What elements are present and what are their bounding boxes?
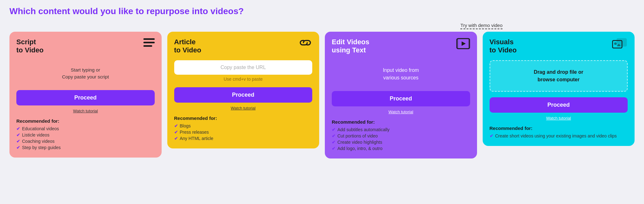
list-item: ✔Add subtitles automatically <box>332 127 470 132</box>
drag-drop-text: Drag and drop file orbrowse computer <box>495 68 622 83</box>
hamburger-menu-icon <box>143 38 155 50</box>
drag-drop-zone[interactable]: Drag and drop file orbrowse computer <box>490 60 628 92</box>
rec-list-edit: ✔Add subtitles automatically ✔Cut portio… <box>332 127 470 151</box>
check-icon: ✔ <box>174 136 178 141</box>
list-item: ✔Blogs <box>174 123 313 128</box>
card-header: Visuals to Video <box>490 38 628 55</box>
visuals-icon <box>612 38 628 52</box>
card-title-edit: Edit Videos using Text <box>332 38 369 55</box>
card-body-script: Start typing orCopy paste your script Pr… <box>16 60 155 113</box>
url-input-box[interactable]: Copy paste the URL <box>174 60 313 75</box>
list-item: ✔Educational videos <box>16 126 155 131</box>
check-icon: ✔ <box>16 132 20 137</box>
link-icon <box>298 38 312 50</box>
rec-list-visuals: ✔Create short videos using your existing… <box>490 133 628 138</box>
check-icon: ✔ <box>332 133 336 138</box>
rec-title-article: Recommended for: <box>174 115 313 121</box>
video-edit-icon <box>456 38 470 52</box>
list-item: ✔Coaching videos <box>16 139 155 144</box>
check-icon: ✔ <box>332 146 336 151</box>
list-item: ✔Any HTML article <box>174 136 313 141</box>
svg-rect-0 <box>143 38 155 40</box>
svg-rect-6 <box>468 39 470 49</box>
card-header: Edit Videos using Text <box>332 38 470 55</box>
watch-tutorial-link-article[interactable]: Watch tutorial <box>231 106 256 110</box>
card-title-article: Article to Video <box>174 38 201 55</box>
video-input-placeholder: Input video fromvarious sources <box>383 67 419 82</box>
card-body-visuals: Drag and drop file orbrowse computer Pro… <box>490 60 628 121</box>
rec-title-script: Recommended for: <box>16 118 155 124</box>
cards-container: Script to Video Start typing orCopy past… <box>9 32 635 158</box>
check-icon: ✔ <box>332 127 336 132</box>
list-item: ✔Add logo, intro, & outro <box>332 146 470 151</box>
card-body-edit: Input video fromvarious sources Proceed … <box>332 60 470 114</box>
check-icon: ✔ <box>490 133 493 138</box>
card-header: Article to Video <box>174 38 313 55</box>
card-visuals-to-video: Visuals to Video Drag and drop file orbr… <box>483 32 635 146</box>
check-icon: ✔ <box>16 145 20 150</box>
check-icon: ✔ <box>16 126 20 131</box>
card-body-article: Copy paste the URL Use cmd+v to paste Pr… <box>174 60 313 110</box>
list-item: ✔Create short videos using your existing… <box>490 133 628 138</box>
check-icon: ✔ <box>174 123 178 128</box>
list-item: ✔Create video highlights <box>332 140 470 145</box>
recommendations-edit: Recommended for: ✔Add subtitles automati… <box>332 119 470 152</box>
rec-title-visuals: Recommended for: <box>490 126 628 131</box>
list-item: ✔Listicle videos <box>16 132 155 137</box>
card-header: Script to Video <box>16 38 155 55</box>
rec-list-script: ✔Educational videos ✔Listicle videos ✔Co… <box>16 126 155 150</box>
recommendations-article: Recommended for: ✔Blogs ✔Press releases … <box>174 115 313 142</box>
list-item: ✔Step by step guides <box>16 145 155 150</box>
demo-video-link[interactable]: Try with demo video <box>460 23 502 29</box>
check-icon: ✔ <box>332 140 336 145</box>
proceed-button-article[interactable]: Proceed <box>174 87 313 103</box>
url-hint: Use cmd+v to paste <box>224 77 263 82</box>
recommendations-visuals: Recommended for: ✔Create short videos us… <box>490 126 628 140</box>
check-icon: ✔ <box>16 139 20 144</box>
card-edit-videos: Edit Videos using Text Input video fromv… <box>325 32 477 158</box>
watch-tutorial-link-script[interactable]: Watch tutorial <box>73 109 98 113</box>
list-item: ✔Cut portions of video <box>332 133 470 138</box>
page-title: Which content would you like to repurpos… <box>9 6 635 16</box>
svg-rect-5 <box>456 39 458 49</box>
svg-marker-4 <box>462 41 466 46</box>
proceed-button-edit[interactable]: Proceed <box>332 91 470 106</box>
watch-tutorial-link-edit[interactable]: Watch tutorial <box>388 110 413 114</box>
card-title-script: Script to Video <box>16 38 43 55</box>
proceed-button-script[interactable]: Proceed <box>16 90 155 105</box>
card-script-to-video: Script to Video Start typing orCopy past… <box>9 32 162 158</box>
proceed-button-visuals[interactable]: Proceed <box>490 97 628 113</box>
list-item: ✔Press releases <box>174 130 313 135</box>
recommendations-script: Recommended for: ✔Educational videos ✔Li… <box>16 118 155 151</box>
rec-title-edit: Recommended for: <box>332 119 470 125</box>
card-title-visuals: Visuals to Video <box>490 38 517 55</box>
watch-tutorial-link-visuals[interactable]: Watch tutorial <box>546 116 571 121</box>
rec-list-article: ✔Blogs ✔Press releases ✔Any HTML article <box>174 123 313 141</box>
svg-rect-1 <box>143 42 155 43</box>
svg-point-9 <box>614 42 617 45</box>
url-input-placeholder: Copy paste the URL <box>220 65 266 70</box>
card-article-to-video: Article to Video Copy paste the URL Use … <box>167 32 319 148</box>
script-placeholder-text: Start typing orCopy paste your script <box>62 67 109 81</box>
check-icon: ✔ <box>174 130 178 135</box>
svg-rect-2 <box>143 45 152 47</box>
